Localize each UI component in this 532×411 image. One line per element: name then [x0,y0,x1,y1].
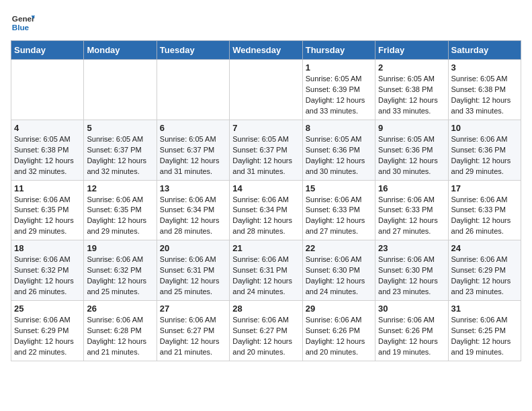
day-number: 26 [87,304,153,314]
day-content: Sunrise: 6:06 AM Sunset: 6:35 PM Dayligh… [87,195,153,238]
calendar-cell: 18Sunrise: 6:06 AM Sunset: 6:32 PM Dayli… [11,240,84,301]
calendar-body: 1Sunrise: 6:05 AM Sunset: 6:39 PM Daylig… [11,60,521,361]
calendar-week: 18Sunrise: 6:06 AM Sunset: 6:32 PM Dayli… [11,240,521,301]
day-content: Sunrise: 6:05 AM Sunset: 6:36 PM Dayligh… [378,134,445,177]
day-content: Sunrise: 6:05 AM Sunset: 6:37 PM Dayligh… [232,134,299,177]
calendar-week: 4Sunrise: 6:05 AM Sunset: 6:38 PM Daylig… [11,120,521,180]
day-content: Sunrise: 6:06 AM Sunset: 6:33 PM Dayligh… [451,195,518,238]
day-number: 22 [306,243,372,253]
day-number: 9 [378,123,445,133]
weekday-header: Sunday [11,41,84,60]
day-content: Sunrise: 6:06 AM Sunset: 6:36 PM Dayligh… [451,134,518,177]
calendar-cell: 2Sunrise: 6:05 AM Sunset: 6:38 PM Daylig… [375,60,448,120]
calendar-week: 11Sunrise: 6:06 AM Sunset: 6:35 PM Dayli… [11,180,521,240]
calendar-cell: 24Sunrise: 6:06 AM Sunset: 6:29 PM Dayli… [448,240,521,301]
weekday-header: Friday [375,41,448,60]
svg-text:Blue: Blue [12,23,30,32]
calendar-cell: 21Sunrise: 6:06 AM Sunset: 6:31 PM Dayli… [230,240,302,301]
calendar-cell: 15Sunrise: 6:06 AM Sunset: 6:33 PM Dayli… [302,180,375,240]
weekday-header: Saturday [448,41,521,60]
calendar-cell: 11Sunrise: 6:06 AM Sunset: 6:35 PM Dayli… [11,180,84,240]
weekday-header: Wednesday [230,41,302,60]
day-number: 3 [451,62,518,73]
day-content: Sunrise: 6:06 AM Sunset: 6:35 PM Dayligh… [14,195,81,238]
day-number: 23 [378,243,445,253]
day-number: 18 [14,243,81,253]
calendar-cell: 25Sunrise: 6:06 AM Sunset: 6:29 PM Dayli… [11,301,84,361]
day-number: 31 [451,304,518,314]
weekday-header: Thursday [302,41,375,60]
calendar-cell: 19Sunrise: 6:06 AM Sunset: 6:32 PM Dayli… [84,240,157,301]
weekday-header: Tuesday [157,41,229,60]
day-number: 1 [306,62,372,73]
day-content: Sunrise: 6:06 AM Sunset: 6:31 PM Dayligh… [232,255,299,298]
calendar-cell: 17Sunrise: 6:06 AM Sunset: 6:33 PM Dayli… [448,180,521,240]
logo-icon: General Blue [11,11,35,35]
calendar-cell: 12Sunrise: 6:06 AM Sunset: 6:35 PM Dayli… [84,180,157,240]
calendar-cell: 31Sunrise: 6:06 AM Sunset: 6:25 PM Dayli… [448,301,521,361]
day-content: Sunrise: 6:06 AM Sunset: 6:26 PM Dayligh… [378,315,445,358]
calendar-cell: 5Sunrise: 6:05 AM Sunset: 6:37 PM Daylig… [84,120,157,180]
day-number: 13 [160,183,226,193]
calendar-cell: 14Sunrise: 6:06 AM Sunset: 6:34 PM Dayli… [230,180,302,240]
calendar-cell: 30Sunrise: 6:06 AM Sunset: 6:26 PM Dayli… [375,301,448,361]
calendar-week: 1Sunrise: 6:05 AM Sunset: 6:39 PM Daylig… [11,60,521,120]
day-content: Sunrise: 6:05 AM Sunset: 6:37 PM Dayligh… [160,134,226,177]
calendar-cell: 8Sunrise: 6:05 AM Sunset: 6:36 PM Daylig… [302,120,375,180]
day-number: 20 [160,243,226,253]
calendar-cell [230,60,302,120]
calendar-cell [11,60,84,120]
day-content: Sunrise: 6:06 AM Sunset: 6:27 PM Dayligh… [160,315,226,358]
day-content: Sunrise: 6:06 AM Sunset: 6:32 PM Dayligh… [87,255,153,298]
calendar-cell: 28Sunrise: 6:06 AM Sunset: 6:27 PM Dayli… [230,301,302,361]
day-content: Sunrise: 6:05 AM Sunset: 6:38 PM Dayligh… [378,74,445,117]
day-content: Sunrise: 6:05 AM Sunset: 6:39 PM Dayligh… [306,74,372,117]
day-number: 25 [14,304,81,314]
day-content: Sunrise: 6:06 AM Sunset: 6:31 PM Dayligh… [160,255,226,298]
calendar-cell: 9Sunrise: 6:05 AM Sunset: 6:36 PM Daylig… [375,120,448,180]
day-content: Sunrise: 6:06 AM Sunset: 6:33 PM Dayligh… [378,195,445,238]
day-number: 6 [160,123,226,133]
day-content: Sunrise: 6:06 AM Sunset: 6:27 PM Dayligh… [232,315,299,358]
day-content: Sunrise: 6:05 AM Sunset: 6:36 PM Dayligh… [306,134,372,177]
day-content: Sunrise: 6:05 AM Sunset: 6:38 PM Dayligh… [451,74,518,117]
day-number: 19 [87,243,153,253]
day-number: 12 [87,183,153,193]
calendar-table: SundayMondayTuesdayWednesdayThursdayFrid… [11,40,521,361]
day-number: 15 [306,183,372,193]
calendar-week: 25Sunrise: 6:06 AM Sunset: 6:29 PM Dayli… [11,301,521,361]
day-number: 4 [14,123,81,133]
calendar-cell [157,60,229,120]
day-number: 30 [378,304,445,314]
day-number: 11 [14,183,81,193]
day-number: 7 [232,123,299,133]
calendar-cell: 22Sunrise: 6:06 AM Sunset: 6:30 PM Dayli… [302,240,375,301]
calendar-cell: 4Sunrise: 6:05 AM Sunset: 6:38 PM Daylig… [11,120,84,180]
day-content: Sunrise: 6:05 AM Sunset: 6:37 PM Dayligh… [87,134,153,177]
day-content: Sunrise: 6:06 AM Sunset: 6:34 PM Dayligh… [160,195,226,238]
day-number: 27 [160,304,226,314]
day-content: Sunrise: 6:06 AM Sunset: 6:26 PM Dayligh… [306,315,372,358]
day-number: 21 [232,243,299,253]
day-content: Sunrise: 6:06 AM Sunset: 6:32 PM Dayligh… [14,255,81,298]
calendar-cell: 7Sunrise: 6:05 AM Sunset: 6:37 PM Daylig… [230,120,302,180]
calendar-cell: 3Sunrise: 6:05 AM Sunset: 6:38 PM Daylig… [448,60,521,120]
calendar-header: SundayMondayTuesdayWednesdayThursdayFrid… [11,41,521,60]
calendar-cell: 20Sunrise: 6:06 AM Sunset: 6:31 PM Dayli… [157,240,229,301]
calendar-cell: 16Sunrise: 6:06 AM Sunset: 6:33 PM Dayli… [375,180,448,240]
calendar-cell: 6Sunrise: 6:05 AM Sunset: 6:37 PM Daylig… [157,120,229,180]
day-number: 28 [232,304,299,314]
logo: General Blue [11,11,35,35]
day-content: Sunrise: 6:05 AM Sunset: 6:38 PM Dayligh… [14,134,81,177]
svg-text:General: General [12,14,35,23]
calendar-cell: 26Sunrise: 6:06 AM Sunset: 6:28 PM Dayli… [84,301,157,361]
day-content: Sunrise: 6:06 AM Sunset: 6:29 PM Dayligh… [451,255,518,298]
day-content: Sunrise: 6:06 AM Sunset: 6:30 PM Dayligh… [306,255,372,298]
day-number: 5 [87,123,153,133]
calendar-cell: 27Sunrise: 6:06 AM Sunset: 6:27 PM Dayli… [157,301,229,361]
day-number: 14 [232,183,299,193]
calendar-cell [84,60,157,120]
day-number: 24 [451,243,518,253]
calendar-cell: 13Sunrise: 6:06 AM Sunset: 6:34 PM Dayli… [157,180,229,240]
day-content: Sunrise: 6:06 AM Sunset: 6:33 PM Dayligh… [306,195,372,238]
